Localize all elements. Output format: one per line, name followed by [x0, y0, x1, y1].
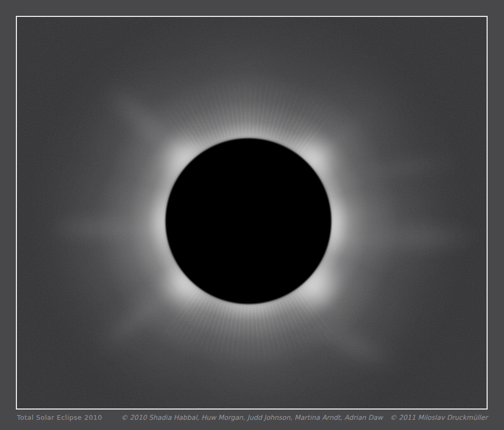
- caption-title: Total Solar Eclipse 2010: [17, 414, 102, 421]
- eclipse-photo: [16, 16, 488, 410]
- moon-disk: [164, 137, 332, 305]
- caption-credit-processing: © 2011 Miloslav Druckmüller: [390, 414, 488, 421]
- eclipse-wallpaper: Total Solar Eclipse 2010 © 2010 Shadia H…: [0, 0, 504, 430]
- caption-credit-photographers: © 2010 Shadia Habbal, Huw Morgan, Judd J…: [121, 414, 383, 421]
- caption-bar: Total Solar Eclipse 2010 © 2010 Shadia H…: [17, 414, 488, 421]
- caption-credits: © 2010 Shadia Habbal, Huw Morgan, Judd J…: [121, 414, 488, 421]
